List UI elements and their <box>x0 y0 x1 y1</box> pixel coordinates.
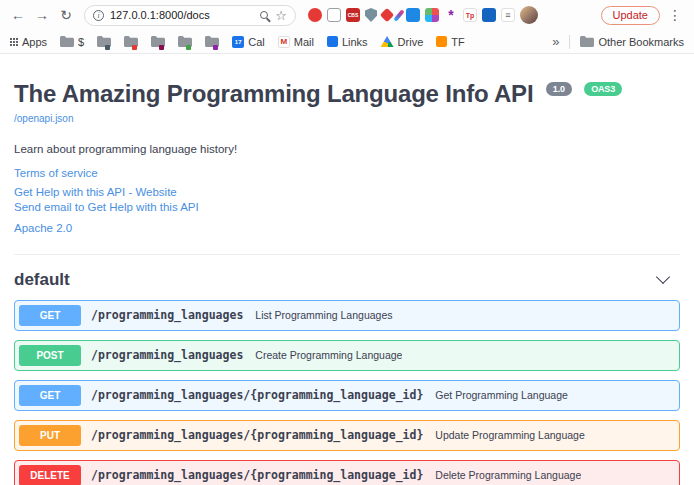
operation-row-put-update[interactable]: PUT /programming_languages/{programming_… <box>14 420 680 451</box>
operation-row-get-one[interactable]: GET /programming_languages/{programming_… <box>14 380 680 411</box>
section-default-header[interactable]: default <box>14 255 680 300</box>
operation-path: /programming_languages/{programming_lang… <box>91 428 423 442</box>
bookmark-calendar[interactable]: 17 Cal <box>232 36 265 48</box>
bookmark-links[interactable]: Links <box>327 36 368 48</box>
cbs-extension-icon[interactable]: CBS <box>346 8 360 22</box>
bookmark-folder[interactable] <box>205 36 219 47</box>
folder-icon <box>580 36 594 47</box>
bookmark-folder[interactable] <box>97 36 111 47</box>
address-bar[interactable]: 127.0.0.1:8000/docs ☆ <box>84 5 296 26</box>
diamond-extension-icon[interactable] <box>380 8 394 22</box>
links-icon <box>327 36 338 47</box>
operation-path: /programming_languages <box>91 308 243 322</box>
oas3-badge: OAS3 <box>584 82 622 96</box>
url-text[interactable]: 127.0.0.1:8000/docs <box>110 9 210 21</box>
mosaic-extension-icon[interactable] <box>425 8 439 22</box>
bookmark-label: Mail <box>294 36 314 48</box>
folder-emblem <box>132 45 137 50</box>
profile-avatar[interactable] <box>520 6 538 24</box>
drive-icon <box>381 36 394 47</box>
bookmarks-bar: Apps $ 17 Cal M Mail Links Drive <box>0 30 694 54</box>
browser-toolbar: ← → ↻ 127.0.0.1:8000/docs ☆ CBS * Tp ≡ U… <box>0 0 694 30</box>
operation-summary: Create Programming Language <box>255 349 402 361</box>
list-extension-icon[interactable]: ≡ <box>501 8 515 22</box>
shield-extension-icon[interactable] <box>365 8 377 22</box>
operation-summary: Update Programming Language <box>435 429 584 441</box>
method-badge: POST <box>19 345 81 366</box>
site-info-icon[interactable] <box>93 10 104 21</box>
operation-summary: List Programming Languages <box>255 309 392 321</box>
extension-tray: CBS * Tp ≡ <box>308 6 591 24</box>
bookmark-label: $ <box>78 36 84 48</box>
operation-row-delete[interactable]: DELETE /programming_languages/{programmi… <box>14 460 680 485</box>
bookmark-label: Other Bookmarks <box>598 36 684 48</box>
page-title: The Amazing Programming Language Info AP… <box>14 80 680 108</box>
browser-menu-icon[interactable]: ⋮ <box>664 7 686 23</box>
terms-of-service-link[interactable]: Terms of service <box>14 166 680 181</box>
bookmarks-divider <box>569 35 570 49</box>
version-badge: 1.0 <box>546 82 572 96</box>
blue-square-extension-icon[interactable] <box>406 8 420 22</box>
tampermonkey-extension-icon[interactable]: Tp <box>463 8 477 22</box>
email-link[interactable]: Send email to Get Help with this API <box>14 200 680 215</box>
folder-emblem <box>186 45 191 50</box>
flower-extension-icon[interactable]: * <box>444 8 458 22</box>
bookmark-label: Links <box>342 36 368 48</box>
calendar-icon: 17 <box>232 36 244 48</box>
bookmark-apps[interactable]: Apps <box>10 36 47 48</box>
operation-summary: Get Programming Language <box>435 389 568 401</box>
method-badge: DELETE <box>19 465 81 485</box>
operation-path: /programming_languages/{programming_lang… <box>91 388 423 402</box>
operation-row-get-list[interactable]: GET /programming_languages List Programm… <box>14 300 680 331</box>
bookmark-label: Cal <box>248 36 265 48</box>
bookmark-folder[interactable] <box>151 36 165 47</box>
apps-grid-icon <box>10 38 18 46</box>
operation-row-post-create[interactable]: POST /programming_languages Create Progr… <box>14 340 680 371</box>
forward-icon[interactable]: → <box>32 5 52 25</box>
search-icon[interactable] <box>260 11 268 19</box>
bookmark-mail[interactable]: M Mail <box>278 36 314 48</box>
bookmark-label: Apps <box>22 36 47 48</box>
update-button[interactable]: Update <box>601 6 660 25</box>
openapi-json-link[interactable]: /openapi.json <box>14 113 74 124</box>
back-icon[interactable]: ← <box>8 5 28 25</box>
folder-emblem <box>213 45 218 50</box>
bookmark-label: Drive <box>398 36 424 48</box>
swagger-ui: The Amazing Programming Language Info AP… <box>0 54 694 485</box>
bookmark-folder[interactable] <box>178 36 192 47</box>
gmail-icon: M <box>278 36 290 48</box>
bookmark-label: TF <box>451 36 464 48</box>
bookmark-folder[interactable] <box>124 36 138 47</box>
bookmarks-overflow-icon[interactable]: » <box>552 34 559 49</box>
bookmark-star-icon[interactable]: ☆ <box>275 9 287 22</box>
folder-emblem <box>159 45 164 50</box>
tensorflow-icon <box>436 36 447 47</box>
operation-path: /programming_languages/{programming_lang… <box>91 468 423 482</box>
method-badge: GET <box>19 385 81 406</box>
chevron-down-icon[interactable] <box>656 270 670 284</box>
blue-extension-icon[interactable] <box>482 8 496 22</box>
gray-extension-icon[interactable] <box>327 8 341 22</box>
section-title: default <box>14 270 70 290</box>
bookmark-other-bookmarks[interactable]: Other Bookmarks <box>580 36 684 48</box>
red-circle-extension-icon[interactable] <box>308 8 322 22</box>
bookmark-tf[interactable]: TF <box>436 36 464 48</box>
api-description: Learn about programming language history… <box>14 143 680 155</box>
method-badge: GET <box>19 305 81 326</box>
website-link[interactable]: Get Help with this API - Website <box>14 185 680 200</box>
folder-emblem <box>105 45 110 50</box>
api-title-text: The Amazing Programming Language Info AP… <box>14 80 533 107</box>
operation-summary: Delete Programming Language <box>435 469 581 481</box>
bookmark-drive[interactable]: Drive <box>381 36 424 48</box>
license-link[interactable]: Apache 2.0 <box>14 221 680 236</box>
reload-icon[interactable]: ↻ <box>56 5 76 25</box>
folder-icon <box>60 36 74 47</box>
operation-path: /programming_languages <box>91 348 243 362</box>
pen-extension-icon[interactable] <box>393 9 404 22</box>
bookmark-folder-dollar[interactable]: $ <box>60 36 84 48</box>
method-badge: PUT <box>19 425 81 446</box>
